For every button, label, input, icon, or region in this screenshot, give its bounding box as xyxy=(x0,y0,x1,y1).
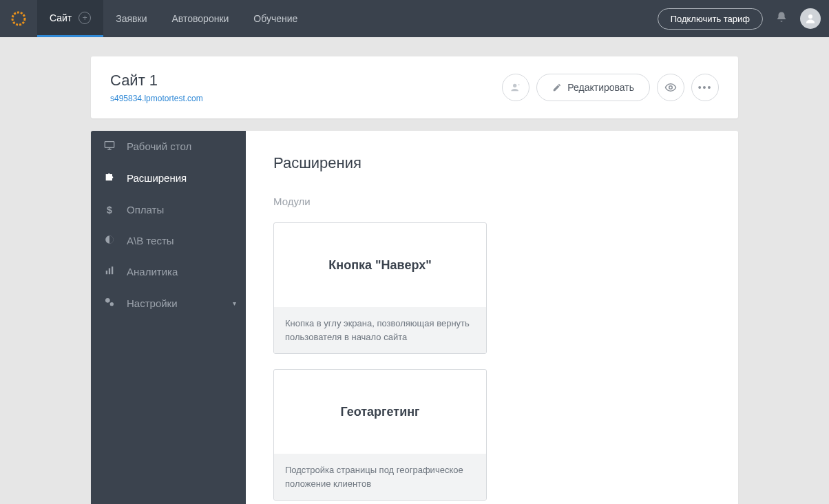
svg-point-2 xyxy=(808,14,812,19)
svg-point-4 xyxy=(669,86,673,90)
main-content: Расширения Модули Кнопка "Наверх" Кнопка… xyxy=(246,131,738,504)
sidebar-item-analytics[interactable]: Аналитика xyxy=(91,256,246,287)
sidebar-item-payments[interactable]: $ Оплаты xyxy=(91,194,246,225)
desktop-icon xyxy=(103,140,116,152)
nav-tab-requests[interactable]: Заявки xyxy=(103,0,159,37)
sidebar: Рабочий стол Расширения $ Оплаты A\B тес… xyxy=(91,131,246,504)
more-button[interactable]: ••• xyxy=(691,74,719,101)
section-label: Модули xyxy=(273,196,711,207)
connect-tariff-button[interactable]: Подключить тариф xyxy=(658,8,763,30)
module-card-geotargeting[interactable]: Геотаргетинг Подстройка страницы под гео… xyxy=(273,369,487,501)
svg-point-1 xyxy=(17,17,21,21)
logo[interactable] xyxy=(0,0,37,37)
nav-tab-site[interactable]: Сайт + xyxy=(37,0,103,37)
dots-icon: ••• xyxy=(698,82,713,93)
eye-icon xyxy=(664,81,677,94)
cogs-icon xyxy=(103,297,116,310)
page-title: Расширения xyxy=(273,154,711,172)
svg-point-10 xyxy=(105,298,110,303)
edit-button[interactable]: Редактировать xyxy=(536,74,650,101)
sidebar-item-abtests[interactable]: A\B тесты xyxy=(91,225,246,256)
pencil-icon xyxy=(552,83,562,92)
site-url-link[interactable]: s495834.lpmotortest.com xyxy=(110,94,203,103)
nav-label: Сайт xyxy=(50,12,72,23)
user-avatar[interactable] xyxy=(800,8,821,29)
svg-point-11 xyxy=(110,302,114,306)
site-header-panel: Сайт 1 s495834.lpmotortest.com Редактиро… xyxy=(91,56,738,118)
svg-rect-9 xyxy=(112,266,113,274)
dollar-icon: $ xyxy=(103,204,116,216)
contrast-icon xyxy=(103,235,116,246)
svg-rect-7 xyxy=(106,271,107,274)
module-card-top-button[interactable]: Кнопка "Наверх" Кнопка в углу экрана, по… xyxy=(273,222,487,354)
top-navigation: Сайт + Заявки Автоворонки Обучение Подкл… xyxy=(0,0,829,37)
svg-rect-5 xyxy=(105,142,114,148)
add-site-icon[interactable]: + xyxy=(78,12,91,24)
nav-tab-autofunnels[interactable]: Автоворонки xyxy=(160,0,242,37)
preview-button[interactable] xyxy=(657,74,684,101)
sidebar-item-dashboard[interactable]: Рабочий стол xyxy=(91,131,246,162)
nav-tab-learning[interactable]: Обучение xyxy=(241,0,310,37)
svg-rect-8 xyxy=(109,269,110,275)
site-title: Сайт 1 xyxy=(110,72,203,90)
notifications-icon[interactable] xyxy=(775,11,788,26)
sidebar-item-extensions[interactable]: Расширения xyxy=(91,162,246,194)
sidebar-item-settings[interactable]: Настройки ▾ xyxy=(91,287,246,319)
chevron-down-icon: ▾ xyxy=(233,300,236,307)
chart-icon xyxy=(103,266,116,277)
gear-icon xyxy=(10,10,27,27)
puzzle-icon xyxy=(103,171,116,185)
add-user-button[interactable] xyxy=(502,74,529,101)
svg-point-3 xyxy=(513,84,516,87)
